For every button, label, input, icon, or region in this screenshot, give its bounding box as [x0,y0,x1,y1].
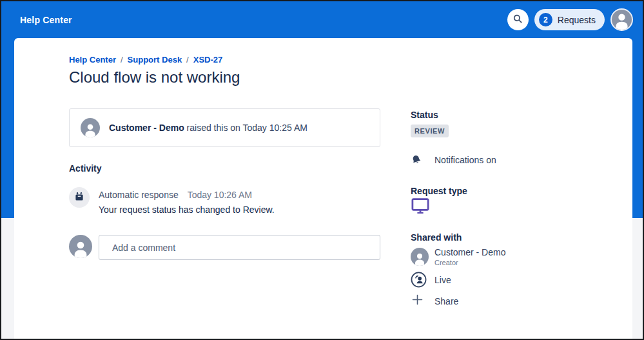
search-button[interactable] [507,9,529,30]
help-center-window: Help Center 2 Requests [0,0,644,340]
activity-timestamp: Today 10:26 AM [188,190,252,200]
breadcrumb-help-center[interactable]: Help Center [69,55,116,65]
activity-item-header: Automatic response Today 10:26 AM [99,187,275,200]
top-navigation-bar: Help Center 2 Requests [1,1,643,38]
shared-app-row: Live [411,272,451,288]
share-icon-column [411,293,434,309]
shared-person-name: Customer - Demo [434,247,505,257]
share-label: Share [434,296,458,306]
request-detail-card: Help Center / Support Desk / XSD-27 Clou… [14,38,632,340]
requests-count-badge: 2 [539,13,552,26]
user-avatar-button[interactable] [610,8,633,31]
search-icon [512,13,523,27]
notification-icon-column [411,154,434,166]
share-button[interactable]: Share [411,293,458,309]
activity-message: Your request status has changed to Revie… [99,205,275,215]
status-heading: Status [411,110,438,120]
topbar-actions: 2 Requests [507,8,633,31]
breadcrumb-request-key[interactable]: XSD-27 [193,55,223,65]
request-type-heading: Request type [411,186,467,196]
robot-icon [73,190,85,205]
reporter-summary-box: Customer - Demo raised this on Today 10:… [69,108,380,147]
page-title: Cloud flow is not working [69,68,240,86]
shared-app-avatar-column [411,272,434,288]
raised-text: raised this on Today 10:25 AM [187,123,307,133]
commenter-avatar [69,235,92,258]
notifications-label: Notifications on [434,155,496,165]
bell-icon [409,153,424,168]
reporter-name: Customer - Demo [109,123,184,133]
shared-with-heading: Shared with [411,232,462,243]
person-icon [612,10,632,30]
automation-avatar [69,187,90,208]
plus-icon [411,293,424,309]
request-type-row [411,197,430,217]
app-title: Help Center [20,15,72,25]
shared-person-avatar [411,248,429,266]
shared-person-role: Creator [434,259,505,266]
shared-person-info: Customer - Demo Creator [434,247,505,266]
person-icon [412,250,427,266]
notifications-toggle[interactable]: Notifications on [411,154,496,166]
activity-item: Automatic response Today 10:26 AM Your r… [69,187,275,215]
shared-person-avatar-column [411,248,434,266]
monitor-icon [411,197,430,217]
person-icon [70,237,91,258]
shared-app-name: Live [434,275,451,285]
activity-item-body: Automatic response Today 10:26 AM Your r… [99,187,275,215]
reporter-summary-text: Customer - Demo raised this on Today 10:… [109,123,307,133]
activity-heading: Activity [69,163,102,174]
breadcrumb-support-desk[interactable]: Support Desk [128,55,182,65]
shared-person-row: Customer - Demo Creator [411,247,505,266]
live-app-icon [411,272,427,288]
breadcrumb-separator: / [121,55,123,65]
requests-label: Requests [558,15,596,25]
requests-button[interactable]: 2 Requests [534,9,605,30]
comment-row [69,235,380,260]
reporter-avatar [81,118,100,137]
status-badge: REVIEW [411,125,449,137]
person-icon [82,121,99,137]
add-comment-input[interactable] [99,235,380,260]
breadcrumb: Help Center / Support Desk / XSD-27 [69,55,222,65]
activity-author: Automatic response [99,190,179,200]
breadcrumb-separator: / [186,55,189,65]
